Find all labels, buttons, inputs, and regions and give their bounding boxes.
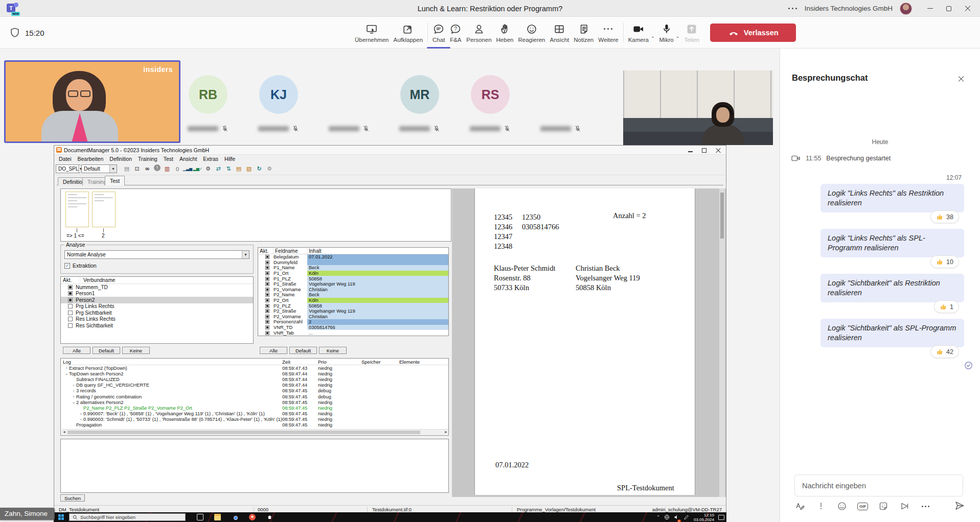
field-table-row[interactable]: P1_Straße Vogelsanger Weg 119 — [258, 281, 448, 287]
dm-minimize-button[interactable] — [688, 151, 693, 152]
field-checkbox[interactable] — [265, 293, 269, 297]
expander-icon[interactable]: › — [71, 383, 76, 388]
toolbar-notizen-button[interactable]: Notizen — [574, 18, 594, 47]
field-table-row[interactable]: VNR_TD 0305814766 — [258, 325, 448, 330]
action-center-icon[interactable] — [718, 515, 724, 520]
participant-tile[interactable]: MR — [400, 60, 439, 133]
expander-icon[interactable]: ⌄ — [71, 400, 76, 405]
dm-toolbar-icon[interactable]: ↻ — [255, 164, 264, 173]
participant-avatar[interactable]: MR — [400, 75, 439, 114]
dm-toolbar-icon[interactable]: ⊡ — [132, 164, 142, 173]
dm-menu-item[interactable]: Bearbeiten — [75, 155, 107, 162]
field-checkbox[interactable] — [265, 288, 269, 292]
verbund-checkbox[interactable] — [68, 323, 73, 328]
task-view-icon[interactable] — [197, 514, 203, 520]
field-checkbox[interactable] — [265, 266, 269, 270]
dm-toolbar-icon[interactable]: ▁▃▅ — [183, 164, 192, 173]
keine-button[interactable]: Keine — [122, 347, 150, 354]
log-row[interactable]: Propagation 08:59:47.45 niedrig — [61, 422, 448, 428]
toolbar-personen-button[interactable]: Personen — [466, 18, 491, 47]
toolbar-heben-button[interactable]: Heben — [496, 18, 514, 47]
field-table-row[interactable]: P2_Straße Vogelsanger Weg 119 — [258, 309, 448, 314]
field-checkbox[interactable] — [265, 325, 269, 329]
reaction-pill[interactable]: 1 — [934, 300, 959, 313]
participant-avatar[interactable] — [541, 75, 580, 114]
dm-toolbar-icon[interactable]: ▂▅✓ — [193, 164, 202, 173]
log-row[interactable]: › 0.990007: 'Beck' (1) , '50858' (1) , '… — [61, 411, 448, 417]
field-checkbox[interactable] — [265, 271, 269, 275]
log-row[interactable]: › Extract Person2 (TopDown) 08:59:47.43 … — [61, 365, 448, 371]
minimize-button[interactable] — [927, 8, 933, 9]
field-table-row[interactable]: P1_Ort Köln — [258, 271, 448, 276]
dm-toolbar-icon[interactable]: ! — [154, 164, 161, 171]
red-app-icon[interactable] — [249, 514, 256, 520]
reaction-pill[interactable]: 38 — [930, 210, 959, 223]
toolbar-uebernehmen-button[interactable]: Übernehmen — [355, 18, 389, 47]
gif-icon[interactable]: GIF — [857, 503, 868, 510]
file-explorer-icon[interactable] — [214, 514, 221, 520]
format-icon[interactable] — [794, 501, 806, 512]
verbund-checkbox[interactable] — [68, 285, 73, 290]
default-button[interactable]: Default — [93, 347, 120, 354]
reaction-pill[interactable]: 10 — [930, 255, 959, 268]
field-table-row[interactable]: P2_Ort Köln — [258, 298, 448, 303]
message-input[interactable]: Nachricht eingeben — [794, 474, 963, 496]
field-checkbox[interactable] — [265, 260, 269, 265]
self-video-tile[interactable] — [623, 70, 773, 145]
verbund-list-item[interactable]: Nummern_TD — [61, 284, 253, 291]
dm-toolbar-icon[interactable]: ∞ — [143, 164, 152, 173]
expander-icon[interactable]: › — [78, 412, 83, 416]
toolbar-aufklappen-button[interactable]: Aufklappen — [393, 18, 423, 47]
dm-toolbar-icon[interactable]: ⟨⟩ — [173, 164, 182, 173]
field-table-row[interactable]: P2_PLZ 50858 — [258, 303, 448, 309]
dm-menu-item[interactable]: Test — [161, 155, 176, 162]
keine-button[interactable]: Keine — [319, 347, 347, 354]
windows-start-icon[interactable] — [58, 514, 64, 520]
dm-tab-test[interactable]: Test — [105, 176, 125, 185]
expander-icon[interactable]: › — [71, 389, 76, 393]
dm-menu-item[interactable]: Extras — [200, 155, 221, 162]
verbund-list-item[interactable]: Res Sichtbarkeit — [61, 322, 253, 329]
participant-tile[interactable] — [330, 60, 369, 133]
log-row[interactable]: › Rating / geometric combination 08:59:4… — [61, 394, 448, 399]
field-table-row[interactable]: P1_Vorname Christian — [258, 287, 448, 293]
dm-close-button[interactable] — [716, 148, 721, 153]
field-checkbox[interactable] — [265, 282, 269, 286]
field-table-row[interactable]: P1_Name Beck — [258, 265, 448, 271]
expander-icon[interactable]: › — [71, 394, 76, 399]
network-icon[interactable] — [664, 514, 670, 520]
dm-analyse-dropdown[interactable]: Normale Analyse▼ — [64, 250, 249, 259]
avatar[interactable] — [900, 3, 912, 15]
field-checkbox[interactable] — [265, 309, 269, 313]
participant-tile[interactable]: RB — [189, 60, 227, 133]
participant-avatar[interactable]: KJ — [259, 75, 298, 114]
log-row[interactable]: ⌄ 2 alternatives Person2 08:59:47.45 nie… — [61, 399, 448, 405]
toolbar-reagieren-button[interactable]: Reagieren — [518, 18, 545, 47]
chat-close-icon[interactable] — [957, 75, 965, 83]
toolbar-chat-button[interactable]: Chat — [432, 18, 445, 47]
expander-icon[interactable]: › — [64, 366, 69, 370]
log-row[interactable]: ⌄ TopDown search Person2 08:59:47.44 nie… — [61, 371, 448, 376]
log-row[interactable]: P2_Name P2_PLZ P2_Straße P2_Vorname P2_O… — [61, 405, 448, 411]
dm-toolbar-icon[interactable]: ⇄ — [214, 164, 223, 173]
participant-tile[interactable]: KJ — [259, 60, 298, 133]
more-menu-icon[interactable] — [792, 8, 793, 9]
dm-default-combobox[interactable]: Default▼ — [81, 164, 117, 173]
dm-toolbar-icon[interactable]: ▧ — [244, 164, 254, 173]
mic-chevron-icon[interactable]: ⌄ — [676, 34, 680, 39]
compose-more-icon[interactable] — [920, 501, 931, 512]
alle-button[interactable]: Alle — [63, 347, 90, 354]
dm-menu-item[interactable]: Hilfe — [221, 155, 238, 162]
priority-icon[interactable] — [815, 501, 827, 512]
participant-avatar[interactable]: RB — [189, 75, 227, 114]
page-thumbnail-2[interactable] — [92, 192, 116, 227]
verbund-list-item[interactable]: Prg Links Rechts — [61, 303, 253, 310]
participant-tile[interactable]: Alle anzeigen — [541, 60, 580, 133]
reaction-pill[interactable]: 42 — [930, 345, 959, 358]
field-table-row[interactable]: Dummyfeld — [258, 260, 448, 266]
extraktion-checkbox[interactable]: ✓ — [64, 263, 70, 269]
taskbar-clock[interactable]: 12:1003.05.2024 — [694, 513, 714, 522]
verbund-checkbox[interactable] — [68, 291, 73, 296]
page-thumbnail-1[interactable] — [65, 192, 89, 227]
dm-toolbar-icon[interactable]: ⚙ — [203, 164, 213, 173]
